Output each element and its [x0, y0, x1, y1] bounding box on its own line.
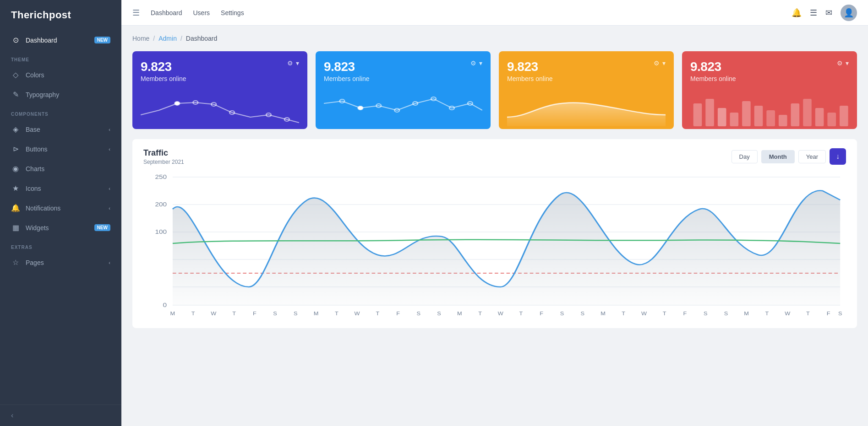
- download-button[interactable]: ↓: [830, 148, 846, 165]
- sidebar-item-buttons[interactable]: ⊳ Buttons ‹: [0, 139, 121, 159]
- svg-point-2: [211, 102, 216, 106]
- breadcrumb-sep-1: /: [153, 35, 155, 42]
- tab-year[interactable]: Year: [798, 150, 826, 163]
- svg-text:M: M: [314, 311, 319, 316]
- sidebar-item-label: Icons: [26, 185, 41, 192]
- sidebar-item-typography[interactable]: ✎ Typography: [0, 85, 121, 104]
- nav-link-settings[interactable]: Settings: [221, 9, 244, 16]
- svg-text:S: S: [437, 311, 441, 316]
- svg-text:T: T: [765, 311, 769, 316]
- tab-day[interactable]: Day: [732, 150, 758, 163]
- dropdown-icon[interactable]: ▾: [662, 59, 666, 67]
- svg-text:S: S: [294, 311, 298, 316]
- breadcrumb-home[interactable]: Home: [132, 35, 149, 42]
- stat-card-label: Members online: [141, 75, 186, 82]
- sidebar-item-pages[interactable]: ☆ Pages ‹: [0, 253, 121, 272]
- menu-icon[interactable]: ☰: [132, 8, 140, 18]
- buttons-chevron-icon: ‹: [109, 146, 110, 152]
- svg-point-0: [175, 102, 180, 105]
- svg-rect-23: [803, 99, 812, 126]
- svg-point-13: [468, 102, 473, 105]
- sidebar-item-icons[interactable]: ★ Icons ‹: [0, 178, 121, 198]
- svg-point-11: [431, 97, 436, 101]
- sidebar-item-widgets[interactable]: ▦ Widgets NEW: [0, 218, 121, 237]
- svg-rect-15: [705, 99, 714, 126]
- traffic-chart-container: 250 200 100 0: [143, 173, 846, 319]
- sidebar-item-label: Base: [26, 126, 40, 133]
- dropdown-icon[interactable]: ▾: [479, 59, 482, 67]
- traffic-card: Traffic September 2021 Day Month Year ↓: [132, 139, 857, 328]
- gear-icon[interactable]: ⚙: [470, 59, 476, 67]
- stat-card-controls: ⚙ ▾: [287, 59, 299, 67]
- sidebar-item-colors[interactable]: ◇ Colors: [0, 65, 121, 85]
- svg-text:W: W: [641, 311, 647, 316]
- sidebar-item-notifications[interactable]: 🔔 Notifications ‹: [0, 198, 121, 218]
- svg-rect-18: [742, 101, 751, 126]
- charts-icon: ◉: [11, 164, 20, 173]
- sidebar-item-label: Dashboard: [26, 37, 57, 44]
- svg-text:S: S: [724, 311, 728, 316]
- dropdown-icon[interactable]: ▾: [846, 59, 849, 67]
- stat-card-header: 9.823 Members online ⚙ ▾: [690, 59, 849, 82]
- content-area: Home / Admin / Dashboard 9.823 Members o…: [121, 26, 868, 426]
- mail-icon[interactable]: ✉: [825, 8, 832, 18]
- avatar[interactable]: 👤: [841, 5, 857, 21]
- svg-point-12: [449, 106, 454, 110]
- svg-text:M: M: [744, 311, 749, 316]
- svg-text:S: S: [560, 311, 564, 316]
- svg-text:T: T: [376, 311, 379, 316]
- svg-rect-20: [766, 110, 775, 126]
- gear-icon[interactable]: ⚙: [654, 59, 660, 67]
- svg-text:S: S: [704, 311, 708, 316]
- traffic-header: Traffic September 2021 Day Month Year ↓: [143, 148, 846, 165]
- svg-point-7: [358, 106, 363, 110]
- sidebar-item-charts[interactable]: ◉ Charts: [0, 159, 121, 178]
- stat-card-controls: ⚙ ▾: [654, 59, 666, 67]
- breadcrumb-sep-2: /: [180, 35, 182, 42]
- nav-link-dashboard[interactable]: Dashboard: [151, 9, 182, 16]
- list-icon[interactable]: ☰: [810, 8, 817, 18]
- svg-point-3: [229, 111, 235, 114]
- gear-icon[interactable]: ⚙: [837, 59, 843, 67]
- stat-card-blue: 9.823 Members online ⚙ ▾: [316, 51, 491, 129]
- icons-icon: ★: [11, 184, 20, 193]
- sidebar: Therichpost ⊙ Dashboard NEW THEME ◇ Colo…: [0, 0, 121, 426]
- stat-card-chart-purple: [141, 90, 299, 126]
- stat-card-header: 9.823 Members online ⚙ ▾: [141, 59, 299, 82]
- stat-card-controls: ⚙ ▾: [470, 59, 482, 67]
- breadcrumb-admin[interactable]: Admin: [158, 35, 177, 42]
- header: ☰ Dashboard Users Settings 🔔 ☰ ✉ 👤: [121, 0, 868, 26]
- dropdown-icon[interactable]: ▾: [296, 59, 299, 67]
- sidebar-logo: Therichpost: [0, 0, 121, 30]
- nav-link-users[interactable]: Users: [193, 9, 210, 16]
- widgets-icon: ▦: [11, 223, 20, 232]
- dashboard-badge: NEW: [94, 37, 110, 43]
- svg-text:F: F: [253, 311, 257, 316]
- sidebar-item-label: Pages: [26, 259, 44, 266]
- svg-text:S: S: [838, 311, 842, 316]
- bell-icon[interactable]: 🔔: [792, 8, 802, 18]
- traffic-title: Traffic: [143, 148, 184, 158]
- svg-text:200: 200: [155, 202, 167, 208]
- svg-text:M: M: [170, 311, 175, 316]
- svg-text:F: F: [827, 311, 830, 316]
- svg-point-9: [394, 108, 399, 112]
- sidebar-item-dashboard[interactable]: ⊙ Dashboard NEW: [0, 30, 121, 50]
- svg-text:T: T: [191, 311, 195, 316]
- tab-month[interactable]: Month: [761, 150, 795, 163]
- stat-card-label: Members online: [507, 75, 553, 82]
- svg-text:T: T: [478, 311, 482, 316]
- sidebar-item-label: Notifications: [26, 205, 60, 212]
- svg-point-6: [340, 99, 345, 103]
- stat-card-purple: 9.823 Members online ⚙ ▾: [132, 51, 307, 129]
- sidebar-collapse-button[interactable]: ‹: [0, 404, 121, 426]
- gear-icon[interactable]: ⚙: [287, 59, 293, 67]
- stat-card-value: 9.823: [507, 59, 553, 74]
- svg-text:0: 0: [163, 302, 167, 308]
- svg-point-1: [193, 101, 198, 104]
- sidebar-item-base[interactable]: ◈ Base ‹: [0, 119, 121, 139]
- svg-text:T: T: [335, 311, 338, 316]
- svg-text:100: 100: [155, 229, 167, 235]
- breadcrumb: Home / Admin / Dashboard: [132, 35, 857, 42]
- svg-text:250: 250: [155, 174, 167, 180]
